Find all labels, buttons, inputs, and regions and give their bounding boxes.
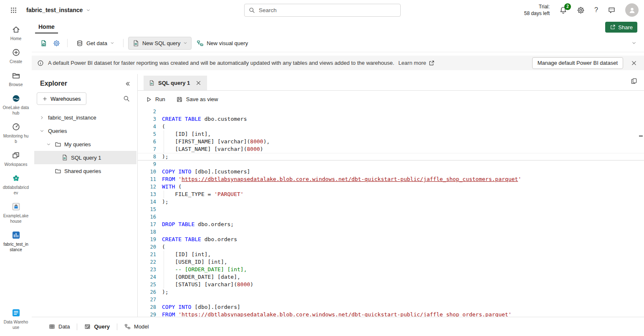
ribbon-collapse-icon[interactable] — [631, 41, 636, 46]
share-icon — [610, 24, 616, 30]
chevron-right-icon[interactable] — [38, 115, 45, 120]
line-number: 6 — [138, 138, 156, 145]
banner-close-icon[interactable] — [629, 58, 639, 68]
warehouse-settings-icon[interactable] — [51, 37, 63, 49]
line-number: 2 — [138, 108, 156, 115]
settings-gear-icon[interactable] — [577, 6, 585, 14]
explorer-title: Explorer — [40, 80, 67, 87]
trial-status[interactable]: Trial: 58 days left — [524, 3, 550, 17]
notification-badge: 2 — [564, 3, 571, 10]
run-button[interactable]: Run — [145, 96, 165, 103]
line-number: 15 — [138, 206, 156, 213]
code-line-3[interactable]: 3CREATE TABLE dbo.customers — [138, 115, 644, 123]
notifications-button[interactable]: 2 — [559, 6, 567, 14]
rail-item-label: Create — [10, 59, 22, 64]
code-line-20[interactable]: 20( — [138, 243, 644, 251]
scrollbar-marker[interactable] — [639, 135, 643, 137]
code-line-29[interactable]: 29FROM 'https://dbtlabsynapsedatalake.bl… — [138, 311, 644, 317]
rail-item-onelake-data-hub[interactable]: OneLake data hub — [0, 91, 32, 119]
rail-item-workspaces[interactable]: Workspaces — [0, 148, 32, 171]
tree-item-sql-query-1[interactable]: SQL query 1 — [34, 151, 136, 164]
tree-item-shared-queries[interactable]: Shared queries — [34, 164, 136, 178]
sql-editor[interactable]: 23CREATE TABLE dbo.customers4(5 [ID] [in… — [138, 108, 644, 317]
document-refresh-icon[interactable] — [38, 37, 50, 49]
manage-default-dataset-button[interactable]: Manage default Power BI dataset — [532, 57, 623, 69]
chevron-down-icon[interactable] — [38, 129, 45, 133]
code-line-5[interactable]: 5 [ID] [int], — [138, 130, 644, 138]
code-line-15[interactable]: 15 — [138, 206, 644, 213]
main-area: Explorer Warehouses fabric_test_instance… — [32, 74, 644, 317]
share-button[interactable]: Share — [605, 22, 637, 33]
line-number: 18 — [138, 228, 156, 236]
chevron-down-icon[interactable] — [45, 142, 52, 147]
tree-item-queries[interactable]: Queries — [34, 124, 136, 137]
get-data-button[interactable]: Get data — [72, 37, 119, 50]
avatar[interactable] — [625, 3, 639, 17]
tab-home[interactable]: Home — [35, 21, 58, 33]
info-banner: A default Power BI dataset for faster re… — [32, 56, 644, 70]
new-sql-query-button[interactable]: New SQL query — [128, 37, 192, 50]
code-line-21[interactable]: 21 [ID] [int], — [138, 251, 644, 258]
line-number: 26 — [138, 288, 156, 296]
help-icon[interactable]: ? — [594, 6, 598, 14]
waffle-menu-icon[interactable] — [10, 7, 17, 14]
search-placeholder: Search — [259, 7, 277, 13]
rail-item-examplelakehouse[interactable]: ExampleLakehouse — [0, 199, 32, 227]
code-line-27[interactable]: 27 — [138, 296, 644, 303]
code-line-8[interactable]: 8); — [138, 153, 644, 160]
code-line-13[interactable]: 13 FILE_TYPE = 'PARQUET' — [138, 191, 644, 198]
rail-spacer — [0, 256, 32, 305]
code-line-12[interactable]: 12WITH ( — [138, 183, 644, 191]
code-line-22[interactable]: 22 [USER_ID] [int], — [138, 258, 644, 266]
copy-icon[interactable] — [631, 78, 637, 84]
close-tab-icon[interactable] — [193, 79, 204, 87]
code-line-16[interactable]: 16 — [138, 213, 644, 221]
bottom-tab-model[interactable]: Model — [117, 317, 156, 336]
save-icon — [176, 96, 183, 103]
code-line-11[interactable]: 11FROM 'https://dbtlabsynapsedatalake.bl… — [138, 176, 644, 183]
line-number: 25 — [138, 281, 156, 288]
editor-tab-sql-query-1[interactable]: SQL query 1 — [144, 76, 207, 90]
rail-item-fabric-test-instance[interactable]: fabric_test_instance — [0, 227, 32, 256]
tree-item-fabric-test-instance[interactable]: fabric_test_instance — [34, 111, 136, 124]
code-line-6[interactable]: 6 [FIRST_NAME] [varchar](8000), — [138, 138, 644, 145]
add-warehouses-button[interactable]: Warehouses — [37, 92, 86, 105]
code-line-24[interactable]: 24 [ORDER_DATE] [date], — [138, 273, 644, 281]
rail-item-monitoring-hub[interactable]: Monitoring hub — [0, 119, 32, 148]
tree-item-my-queries[interactable]: My queries — [34, 137, 136, 151]
code-line-23[interactable]: 23 -- [ORDER_DATE] [int], — [138, 266, 644, 273]
bottom-tab-query[interactable]: Query — [77, 317, 117, 336]
code-line-28[interactable]: 28COPY INTO [dbo].[orders] — [138, 303, 644, 311]
rail-item-browse[interactable]: Browse — [0, 68, 32, 91]
code-line-7[interactable]: 7 [LAST_NAME] [varchar](8000) — [138, 145, 644, 153]
rail-item-data-warehouse[interactable]: Data Warehouse — [0, 305, 32, 333]
explorer-search-icon[interactable] — [121, 94, 131, 104]
save-as-view-button[interactable]: Save as view — [176, 96, 218, 103]
workspace-name: fabric_test_instance — [26, 7, 83, 13]
bottom-tab-data[interactable]: Data — [42, 317, 77, 336]
code-line-2[interactable]: 2 — [138, 108, 644, 115]
code-line-10[interactable]: 10COPY INTO [dbo].[customers] — [138, 168, 644, 176]
feedback-icon[interactable] — [608, 6, 616, 14]
nav-rail: HomeCreateBrowseOneLake data hubMonitori… — [0, 20, 32, 336]
new-visual-query-button[interactable]: New visual query — [192, 37, 252, 50]
code-line-25[interactable]: 25 [STATUS] [varchar](8000) — [138, 281, 644, 288]
code-line-18[interactable]: 18 — [138, 228, 644, 236]
rail-item-dbtlabsfabricdev[interactable]: dbtlabsfabricdev — [0, 171, 32, 199]
browse-icon — [12, 71, 20, 80]
learn-more-link[interactable]: Learn more — [399, 60, 435, 66]
collapse-explorer-icon[interactable] — [124, 81, 131, 87]
code-line-9[interactable]: 9 — [138, 160, 644, 168]
rail-item-create[interactable]: Create — [0, 45, 32, 68]
workspace-switcher[interactable]: fabric_test_instance — [26, 7, 91, 13]
explorer-header: Explorer — [32, 76, 137, 92]
rail-item-home[interactable]: Home — [0, 22, 32, 45]
search-input[interactable]: Search — [244, 4, 401, 17]
code-line-17[interactable]: 17DROP TABLE dbo.orders; — [138, 221, 644, 228]
info-icon — [37, 60, 44, 66]
code-line-14[interactable]: 14); — [138, 198, 644, 206]
code-line-19[interactable]: 19CREATE TABLE dbo.orders — [138, 236, 644, 243]
code-line-4[interactable]: 4( — [138, 123, 644, 130]
line-number: 7 — [138, 145, 156, 153]
code-line-26[interactable]: 26); — [138, 288, 644, 296]
